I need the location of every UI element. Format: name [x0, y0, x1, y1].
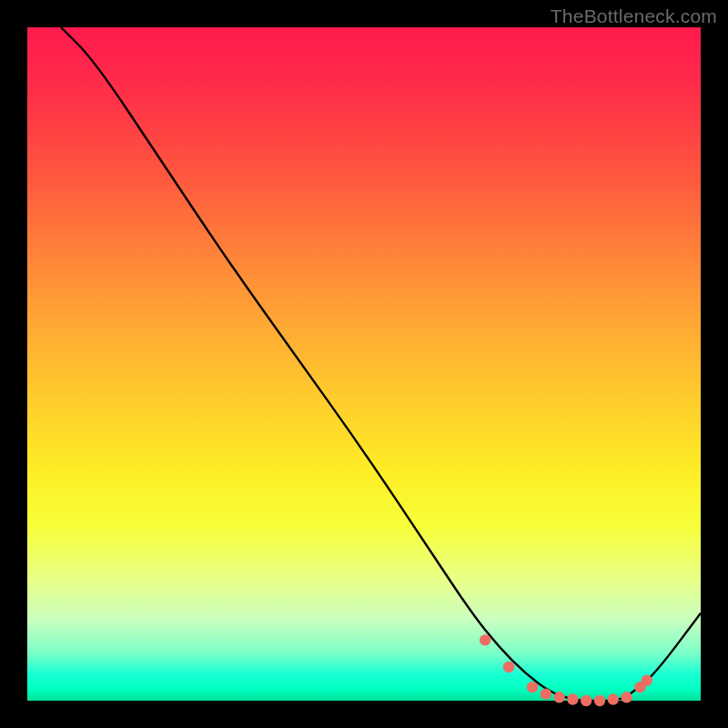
curve-marker	[553, 692, 564, 703]
curve-marker	[608, 693, 619, 704]
curve-marker	[581, 695, 592, 706]
curve-marker	[594, 695, 605, 706]
attribution-label: TheBottleneck.com	[551, 5, 717, 27]
chart-svg	[27, 27, 701, 701]
curve-marker	[503, 662, 514, 672]
bottleneck-curve	[61, 27, 701, 701]
curve-marker	[541, 688, 551, 699]
curve-markers	[480, 634, 652, 706]
curve-marker	[527, 682, 538, 693]
curve-marker	[567, 693, 578, 704]
curve-marker	[480, 634, 490, 645]
curve-marker	[621, 692, 632, 703]
curve-marker	[642, 675, 652, 686]
chart-frame: TheBottleneck.com	[0, 0, 728, 728]
